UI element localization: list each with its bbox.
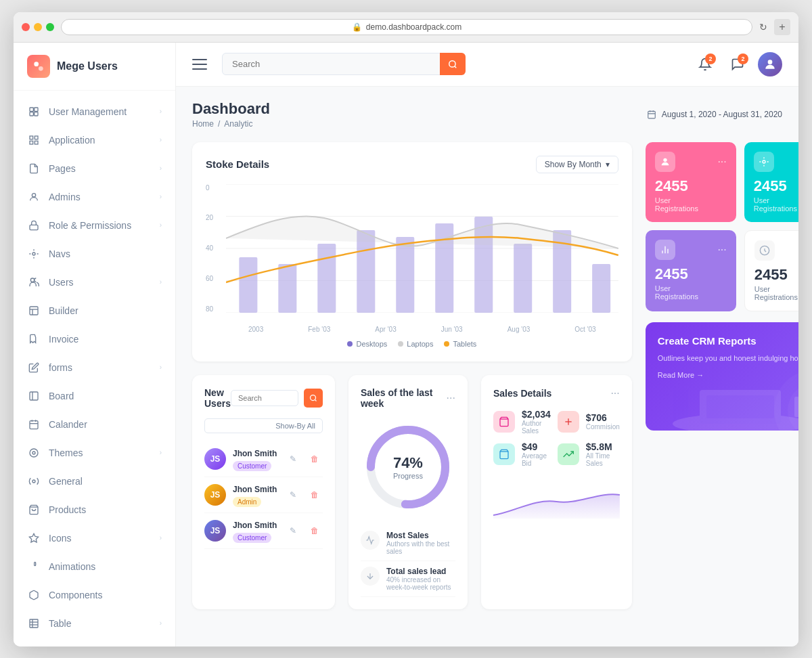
stat-card-pink: ··· 2455 UserRegistrations [646,142,736,222]
users-icon [27,276,41,289]
sidebar-item-label: Table [49,618,160,629]
sidebar-item-admins[interactable]: Admins › [14,183,175,211]
chevron-right-icon: › [160,278,162,286]
show-by-button[interactable]: Show By Month ▾ [536,156,618,173]
page-title: Dashboard [192,100,270,118]
svg-point-46 [768,60,773,64]
sales-items: Most Sales Authors with the best sales [361,525,455,597]
search-input[interactable] [222,53,466,75]
sidebar-item-products[interactable]: Products [14,496,175,524]
menu-button[interactable] [192,55,211,74]
sidebar-item-users[interactable]: Users › [14,268,175,297]
legend-desktops: Desktops [347,340,387,348]
browser-window: 🔒 demo.dashboardpack.com ↻ + Mege Users [14,12,798,646]
content-grid: Stoke Details Show By Month ▾ 806040200 [192,142,782,609]
message-badge: 2 [738,53,748,64]
url-bar[interactable]: 🔒 demo.dashboardpack.com [61,19,752,35]
sidebar-item-components[interactable]: Components [14,581,175,609]
sidebar-item-label: Board [49,391,162,401]
sales-details-title: Sales Details [493,388,551,399]
notifications-button[interactable]: 2 [693,52,717,76]
edit-user-button-3[interactable]: ✎ [285,523,301,539]
sidebar-item-invoice[interactable]: Invoice [14,325,175,353]
sidebar-item-icons[interactable]: Icons › [14,524,175,552]
legend-tablets: Tablets [444,340,476,348]
sidebar-item-board[interactable]: Board [14,382,175,410]
edit-user-button-1[interactable]: ✎ [285,451,301,467]
svg-rect-60 [396,237,414,313]
sidebar-item-general[interactable]: General [14,467,175,496]
sidebar-navigation: User Management › Application › Pages › [14,91,175,646]
sidebar-item-application[interactable]: Application › [14,126,175,154]
table-icon [27,617,41,630]
sidebar-item-forms[interactable]: forms › [14,353,175,382]
messages-button[interactable]: 2 [725,52,750,76]
sidebar-item-calander[interactable]: Calander [14,410,175,439]
minimize-button[interactable] [34,23,42,31]
reload-icon[interactable]: ↻ [759,22,767,32]
invoice-icon [27,332,41,346]
commission-label: Commision [586,423,620,431]
new-tab-button[interactable]: + [774,19,790,35]
svg-rect-28 [30,619,38,628]
search-button[interactable] [440,53,466,75]
total-sales-title: Total sales lead [386,567,455,576]
commission-amount: $706 [586,412,620,423]
user-avatar[interactable] [758,52,782,76]
svg-rect-11 [30,225,38,229]
close-button[interactable] [22,23,30,31]
topbar: 2 2 [176,43,798,87]
author-sales-icon [493,411,515,433]
delete-user-button-2[interactable]: 🗑 [307,487,323,503]
user-info-1: Jhon Smith Customer [233,447,278,471]
sidebar-item-navs[interactable]: Navs [14,240,175,268]
show-by-all-button[interactable]: Show-By All [204,418,323,433]
legend-label-desktops: Desktops [356,340,387,348]
date-range: August 1, 2020 - August 31, 2020 [647,110,782,119]
stat-menu-purple[interactable]: ··· [717,244,726,256]
user-avatar-3: JS [204,520,226,542]
browser-chrome: 🔒 demo.dashboardpack.com ↻ + [14,12,798,43]
sales-details-menu-button[interactable]: ··· [610,387,619,399]
sidebar-item-label: Components [49,590,162,600]
main-content: 2 2 Dashboard [176,43,798,646]
sidebar-item-label: Navs [49,248,162,259]
logo-text: Mege Users [57,60,118,72]
sidebar-item-role-permissions[interactable]: Role & Permissions › [14,211,175,240]
sidebar-item-label: User Management [49,106,160,117]
sidebar-item-themes[interactable]: Themes › [14,439,175,467]
sales-item-most: Most Sales Authors with the best sales [361,525,455,561]
sidebar-item-user-management[interactable]: User Management › [14,97,175,126]
traffic-lights [22,23,54,31]
users-search-input[interactable] [231,390,298,406]
sidebar-item-table[interactable]: Table › [14,609,175,638]
edit-user-button-2[interactable]: ✎ [285,487,301,503]
sales-week-title: Sales of the last week [361,387,447,409]
total-sales-icon [361,567,380,586]
user-management-icon [27,105,41,118]
svg-rect-89 [706,395,774,418]
crm-read-more-link[interactable]: Read More → [658,371,798,379]
sidebar-item-cards[interactable]: Cards › [14,638,175,646]
sales-week-menu-button[interactable]: ··· [447,392,455,404]
breadcrumb-home[interactable]: Home [192,119,214,129]
total-sales-sub: 40% increased on week-to-week reports [386,576,455,591]
svg-rect-58 [317,244,336,313]
navs-icon [27,247,41,261]
stat-card-header-white: ··· [754,240,798,261]
delete-user-button-3[interactable]: 🗑 [307,523,323,539]
average-bid-icon [493,443,515,465]
sales-detail-alltime: $5.8M All Time Sales [558,441,620,467]
new-users-card: New Users Show-By All [192,375,335,609]
sales-detail-grid: $2,034 Author Sales [493,409,620,467]
sidebar-item-builder[interactable]: Builder [14,297,175,325]
sidebar-item-label: Role & Permissions [49,220,160,231]
user-actions-3: ✎ 🗑 [285,523,323,539]
maximize-button[interactable] [46,23,54,31]
stat-menu-pink[interactable]: ··· [717,156,726,168]
new-users-title: New Users [204,387,231,409]
delete-user-button-1[interactable]: 🗑 [307,451,323,467]
sidebar-item-animations[interactable]: Animations [14,552,175,581]
sidebar-item-pages[interactable]: Pages › [14,154,175,183]
users-search-button[interactable] [304,389,323,408]
